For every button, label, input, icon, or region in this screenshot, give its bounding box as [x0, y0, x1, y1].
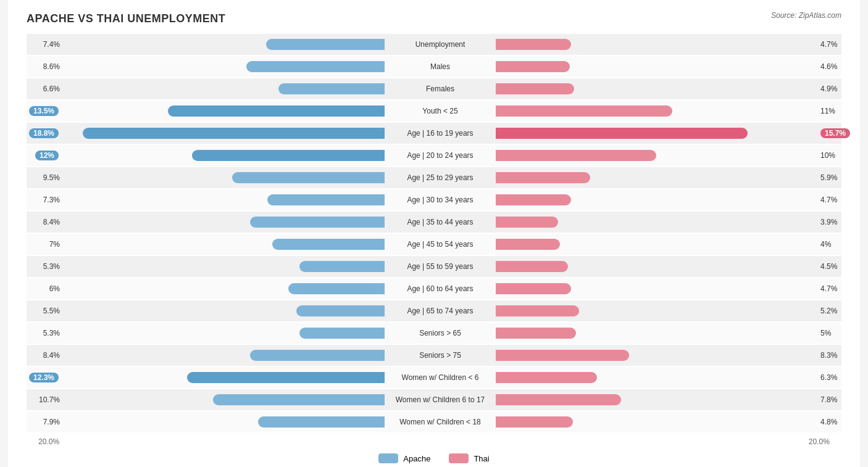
left-bar — [272, 239, 385, 250]
chart-row: 12.3%Women w/ Children < 66.3% — [27, 367, 841, 388]
chart-row: 5.3%Age | 55 to 59 years4.5% — [27, 256, 841, 277]
center-label: Age | 30 to 34 years — [385, 196, 496, 204]
left-bar-wrap — [64, 61, 385, 72]
left-value: 12.3% — [27, 373, 64, 382]
right-bar — [496, 150, 656, 161]
left-bar-wrap — [64, 172, 385, 183]
right-value: 4.5% — [817, 262, 854, 271]
left-bar-wrap — [64, 416, 385, 428]
center-label: Age | 60 to 64 years — [385, 284, 496, 293]
left-bar — [168, 105, 385, 117]
left-value: 6% — [27, 284, 64, 293]
chart-row: 6%Age | 60 to 64 years4.7% — [27, 278, 841, 299]
left-value-pill: 12.3% — [29, 373, 59, 382]
left-bar-wrap — [64, 217, 385, 228]
left-bar — [83, 128, 385, 139]
right-bar-wrap — [496, 372, 817, 383]
center-label: Males — [385, 62, 496, 71]
left-bar — [266, 39, 385, 50]
left-value: 18.8% — [27, 128, 64, 138]
axis-label-right: 20.0% — [805, 437, 841, 446]
left-bar-wrap — [64, 394, 385, 405]
center-label: Unemployment — [385, 40, 496, 49]
center-label: Seniors > 65 — [385, 329, 496, 337]
left-bar — [296, 305, 385, 316]
chart-row: 7.9%Women w/ Children < 184.8% — [27, 411, 841, 432]
right-value: 4.7% — [817, 284, 854, 293]
left-bar-wrap — [64, 239, 385, 250]
left-bar-wrap — [64, 39, 385, 50]
right-bar-wrap — [496, 239, 817, 250]
right-value: 4% — [817, 240, 854, 249]
chart-row: 7.4%Unemployment4.7% — [27, 34, 841, 55]
right-value: 11% — [817, 107, 854, 115]
right-bar-wrap — [496, 150, 817, 161]
right-bar — [496, 105, 672, 117]
left-value: 8.4% — [27, 351, 64, 360]
right-bar — [496, 83, 574, 94]
center-label: Age | 25 to 29 years — [385, 173, 496, 182]
chart-row: 7%Age | 45 to 54 years4% — [27, 234, 841, 255]
left-value: 6.6% — [27, 85, 64, 93]
chart-row: 8.4%Seniors > 758.3% — [27, 345, 841, 366]
axis-row: 20.0% 20.0% — [27, 437, 841, 446]
left-bar-wrap — [64, 105, 385, 117]
left-bar — [299, 328, 385, 339]
left-bar-wrap — [64, 283, 385, 294]
right-bar-wrap — [496, 283, 817, 294]
chart-area: 7.4%Unemployment4.7%8.6%Males4.6%6.6%Fem… — [27, 34, 841, 432]
right-value: 4.7% — [817, 40, 854, 49]
center-label: Age | 20 to 24 years — [385, 151, 496, 160]
right-bar — [496, 39, 571, 50]
left-bar — [250, 217, 385, 228]
chart-row: 12%Age | 20 to 24 years10% — [27, 145, 841, 166]
chart-row: 8.6%Males4.6% — [27, 56, 841, 77]
right-value: 15.7% — [817, 128, 854, 138]
right-bar — [496, 128, 748, 139]
legend-color-thai — [449, 453, 469, 463]
left-value-pill: 13.5% — [29, 106, 59, 116]
left-value: 12% — [27, 151, 64, 160]
left-value: 7.3% — [27, 196, 64, 204]
right-bar-wrap — [496, 305, 817, 316]
left-bar — [258, 416, 385, 428]
right-bar — [496, 283, 571, 294]
right-bar — [496, 372, 597, 383]
right-value: 5.9% — [817, 173, 854, 182]
right-bar-wrap — [496, 128, 817, 139]
axis-label-left: 20.0% — [27, 437, 63, 446]
left-value: 5.3% — [27, 329, 64, 337]
right-value: 4.6% — [817, 62, 854, 71]
left-bar — [250, 350, 385, 361]
right-value: 5% — [817, 329, 854, 337]
right-bar-wrap — [496, 194, 817, 205]
left-bar — [267, 194, 385, 205]
left-bar — [232, 172, 385, 183]
right-bar — [496, 416, 573, 428]
right-bar-wrap — [496, 61, 817, 72]
right-bar — [496, 394, 621, 405]
left-bar-wrap — [64, 83, 385, 94]
chart-source: Source: ZipAtlas.com — [771, 11, 841, 20]
chart-row: 5.3%Seniors > 655% — [27, 323, 841, 344]
right-value: 7.8% — [817, 395, 854, 404]
right-value: 6.3% — [817, 373, 854, 382]
right-bar — [496, 61, 570, 72]
center-label: Women w/ Children 6 to 17 — [385, 395, 496, 404]
right-bar-wrap — [496, 328, 817, 339]
right-value: 10% — [817, 151, 854, 160]
left-value: 8.6% — [27, 62, 64, 71]
left-value: 7.9% — [27, 418, 64, 426]
left-value: 5.5% — [27, 307, 64, 315]
center-label: Youth < 25 — [385, 107, 496, 115]
left-bar-wrap — [64, 128, 385, 139]
chart-title: APACHE VS THAI UNEMPLOYMENT — [27, 12, 841, 25]
left-bar-wrap — [64, 261, 385, 272]
right-value: 8.3% — [817, 351, 854, 360]
chart-row: 18.8%Age | 16 to 19 years15.7% — [27, 123, 841, 144]
left-value: 7.4% — [27, 40, 64, 49]
center-label: Females — [385, 85, 496, 93]
right-value-pill: 15.7% — [820, 128, 850, 138]
right-bar-wrap — [496, 217, 817, 228]
right-bar-wrap — [496, 394, 817, 405]
